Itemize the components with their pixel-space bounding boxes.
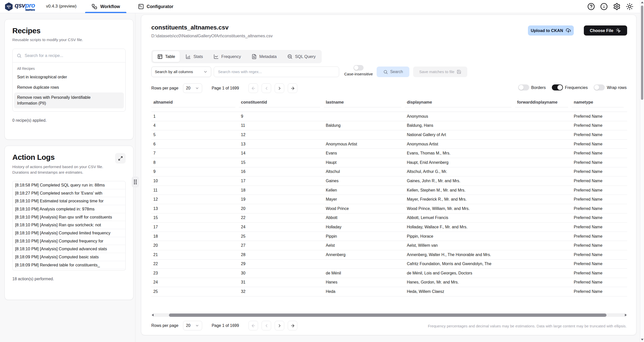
display-toggles: Borders Frequencies Wrap rows <box>518 84 627 90</box>
expand-logs-button[interactable] <box>115 153 126 164</box>
recipe-item[interactable]: Sort in lexicographical order <box>14 72 124 82</box>
table-row[interactable]: 6 13 Anonymous Artist Anonymous Artist P… <box>151 140 627 149</box>
logo-brand-qsv: qsv <box>15 2 25 9</box>
tab-stats[interactable]: Stats <box>181 51 208 62</box>
case-insensitive-control: Case-insensitive <box>340 65 377 76</box>
search-column-select[interactable]: Search by all columns <box>151 67 211 77</box>
table-row[interactable]: 10 17 Gaines Gaines, John R., Mr. and Mr… <box>151 176 627 186</box>
recipe-item[interactable]: Remove duplicate rows <box>14 82 124 92</box>
vertical-scroll-thumb[interactable] <box>641 6 643 100</box>
table-column-header: nametype <box>572 97 627 109</box>
tab-label: Frequency <box>221 54 241 59</box>
table-row[interactable]: 8 15 Haupt Haupt, Enid Annenberg Preferr… <box>151 158 627 167</box>
first-page-button[interactable] <box>248 321 258 330</box>
table-row[interactable]: 12 19 Mayer Mayer, Frederick R., Mr. and… <box>151 195 627 204</box>
cell-lastname: Gaines <box>324 179 405 183</box>
nav-tab-workflow[interactable]: Workflow <box>85 0 126 13</box>
first-page-button[interactable] <box>248 83 258 93</box>
cell-constituentid: 17 <box>239 179 324 183</box>
table-scrollbar-horizontal[interactable] <box>151 313 627 317</box>
cell-nametype: Preferred Name <box>572 197 627 202</box>
table-row[interactable]: 17 24 Holladay Holladay, Wallace F., Mr.… <box>151 223 627 232</box>
chevron-left-icon <box>264 86 269 91</box>
cell-altnameid: 18 <box>151 234 239 239</box>
recipe-item[interactable]: Remove rows with Personally Identifiable… <box>14 92 124 108</box>
next-page-button[interactable] <box>275 321 284 330</box>
table-row[interactable]: 24 31 Hanes Hanes, Gordon, Mr. and Mrs. … <box>151 278 627 287</box>
table-row[interactable]: 15 22 Abbott Abbott, Lemuel Francis Pref… <box>151 213 627 223</box>
table-row[interactable]: 7 14 Evans Evans, Thomas M., Mrs. Prefer… <box>151 149 627 158</box>
next-page-button[interactable] <box>275 83 284 93</box>
column-name[interactable]: constituentid <box>239 97 320 107</box>
table-row[interactable]: 23 30 de Ménil de Ménil, Lois and George… <box>151 269 627 278</box>
tab-metadata[interactable]: Metadata <box>247 51 281 62</box>
recipe-search-input[interactable] <box>25 53 121 58</box>
toggle-switch[interactable] <box>518 84 529 90</box>
regex-search-input[interactable] <box>214 67 339 77</box>
table-row[interactable]: 5 12 National Gallery of Art Preferred N… <box>151 130 627 140</box>
case-insensitive-toggle[interactable] <box>353 65 364 71</box>
horizontal-scroll-thumb[interactable] <box>169 314 606 317</box>
scroll-up-arrow-icon[interactable] <box>641 2 643 3</box>
table-row[interactable]: 13 20 Wood Prince Wood Prince, William, … <box>151 204 627 213</box>
last-page-button[interactable] <box>288 321 297 330</box>
table-header-frequencies: altnameid constit <box>151 97 627 112</box>
nav-tab-configurator[interactable]: Configurator <box>131 0 180 13</box>
cell-lastname: Anonymous Artist <box>324 142 405 146</box>
info-button[interactable] <box>600 3 608 10</box>
cell-altnameid: 10 <box>151 179 239 183</box>
rows-per-page-select[interactable]: 20 <box>183 321 202 330</box>
arrow-left-icon <box>251 86 256 91</box>
info-icon <box>600 3 608 10</box>
cell-displayname: Cafritz Foundation, Morris and Gwendolyn… <box>405 262 515 266</box>
table-row[interactable]: 20 27 Aelst Aelst, Willem van Preferred … <box>151 241 627 250</box>
choose-file-button[interactable]: Choose File <box>584 25 627 36</box>
cell-altnameid: 8 <box>151 160 239 165</box>
cell-lastname: Hanes <box>324 280 405 285</box>
table-row[interactable]: 18 25 Pippin Pippin, Horace Preferred Na… <box>151 232 627 241</box>
page-scrollbar-vertical[interactable] <box>640 0 644 342</box>
tab-table[interactable]: Table <box>153 51 180 62</box>
table-row[interactable]: 22 29 Cafritz Foundation, Morris and Gwe… <box>151 260 627 269</box>
upload-to-ckan-button[interactable]: Upload to CKAN <box>528 25 574 36</box>
cell-constituentid: 32 <box>239 289 324 294</box>
scroll-right-arrow-icon[interactable] <box>625 314 627 316</box>
column-name[interactable]: forwarddisplayname <box>515 97 568 107</box>
save-matches-button[interactable]: Save matches to file <box>413 67 467 77</box>
settings-button[interactable] <box>613 3 621 10</box>
column-name[interactable]: nametype <box>572 97 624 107</box>
cell-constituentid: 18 <box>239 188 324 193</box>
previous-page-button[interactable] <box>262 83 271 93</box>
table-row[interactable]: 11 18 Kellen Kellen, Stephen M., Mr. and… <box>151 186 627 195</box>
log-entry: [8:18:09 PM] Rendered table for constitu… <box>13 261 125 269</box>
column-name[interactable]: altnameid <box>151 97 235 107</box>
table-row[interactable]: 9 16 Altschul Altschul, Arthur G., Mr. P… <box>151 167 627 177</box>
column-name[interactable]: displayname <box>405 97 512 107</box>
tab-sql-query[interactable]: SQL Query <box>282 51 320 62</box>
cell-altnameid: 24 <box>151 280 239 285</box>
theme-toggle-button[interactable] <box>626 3 633 10</box>
panel-resize-handle[interactable] <box>132 176 139 188</box>
last-page-button[interactable] <box>288 83 297 93</box>
help-button[interactable] <box>587 3 595 10</box>
column-name[interactable]: lastname <box>324 97 401 107</box>
action-log-list[interactable]: [8:18:58 PM] Completed SQL query run in:… <box>12 181 126 271</box>
arrow-right-icon <box>290 86 295 91</box>
tab-label: SQL Query <box>295 54 316 59</box>
log-entry: [8:18:10 PM] Estimated total processing … <box>13 197 125 205</box>
table-row[interactable]: 25 32 Heda Heda, Willem Claesz Preferred… <box>151 287 627 296</box>
table-row[interactable]: 21 28 Annenberg Annenberg, Walter H., Th… <box>151 250 627 260</box>
previous-page-button[interactable] <box>262 321 271 330</box>
scroll-down-arrow-icon[interactable] <box>641 339 643 340</box>
search-button[interactable]: Search <box>377 67 409 77</box>
table-row[interactable]: 1 9 Anonymous Preferred Name <box>151 112 627 121</box>
toggle-switch[interactable] <box>552 84 563 90</box>
cell-altnameid: 9 <box>151 169 239 174</box>
display-toggle: Frequencies <box>552 84 588 90</box>
cell-nametype: Preferred Name <box>572 151 627 156</box>
table-row[interactable]: 4 11 Baldung Baldung, Hans Preferred Nam… <box>151 121 627 131</box>
rows-per-page-select[interactable]: 20 <box>183 83 202 93</box>
scroll-left-arrow-icon[interactable] <box>152 314 154 316</box>
toggle-switch[interactable] <box>594 84 605 90</box>
tab-frequency[interactable]: Frequency <box>209 51 246 62</box>
